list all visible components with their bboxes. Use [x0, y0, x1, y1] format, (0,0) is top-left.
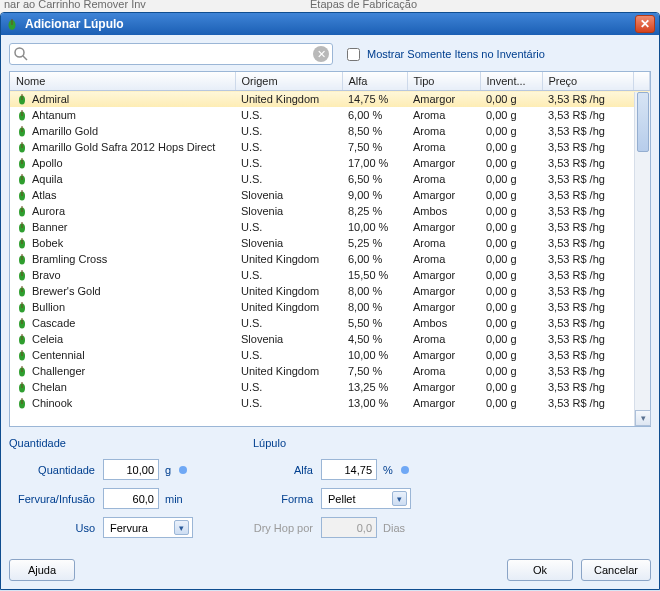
hop-icon: [16, 349, 28, 361]
cell-origem: U.S.: [235, 171, 342, 187]
alpha-input[interactable]: [321, 459, 377, 480]
col-alfa[interactable]: Alfa: [342, 72, 407, 91]
table-row[interactable]: AuroraSlovenia8,25 %Ambos0,00 g3,53 R$ /…: [10, 203, 650, 219]
cell-origem: United Kingdom: [235, 251, 342, 267]
cell-tipo: Aroma: [407, 251, 480, 267]
cell-preco: 3,53 R$ /hg: [542, 203, 634, 219]
cell-alfa: 7,50 %: [342, 363, 407, 379]
table-row[interactable]: AhtanumU.S.6,00 %Aroma0,00 g3,53 R$ /hg: [10, 107, 650, 123]
table-row[interactable]: AquilaU.S.6,50 %Aroma0,00 g3,53 R$ /hg: [10, 171, 650, 187]
dot-icon[interactable]: [401, 466, 409, 474]
table-row[interactable]: AtlasSlovenia9,00 %Amargor0,00 g3,53 R$ …: [10, 187, 650, 203]
table-row[interactable]: BannerU.S.10,00 %Amargor0,00 g3,53 R$ /h…: [10, 219, 650, 235]
hop-icon: [16, 381, 28, 393]
use-select-value: Fervura: [110, 522, 148, 534]
cell-invent: 0,00 g: [480, 91, 542, 108]
dot-icon[interactable]: [179, 466, 187, 474]
cell-alfa: 8,00 %: [342, 283, 407, 299]
cell-nome: Chinook: [32, 397, 72, 409]
titlebar: Adicionar Lúpulo ✕: [1, 13, 659, 35]
hop-icon: [16, 269, 28, 281]
cell-preco: 3,53 R$ /hg: [542, 91, 634, 108]
cell-preco: 3,53 R$ /hg: [542, 347, 634, 363]
hop-icon: [16, 189, 28, 201]
cell-tipo: Ambos: [407, 315, 480, 331]
cell-origem: U.S.: [235, 267, 342, 283]
table-row[interactable]: Amarillo Gold Safra 2012 Hops DirectU.S.…: [10, 139, 650, 155]
cell-tipo: Amargor: [407, 395, 480, 411]
cell-tipo: Amargor: [407, 379, 480, 395]
table-row[interactable]: Bramling CrossUnited Kingdom6,00 %Aroma0…: [10, 251, 650, 267]
table-row[interactable]: BravoU.S.15,50 %Amargor0,00 g3,53 R$ /hg: [10, 267, 650, 283]
cell-tipo: Aroma: [407, 107, 480, 123]
table-row[interactable]: AdmiralUnited Kingdom14,75 %Amargor0,00 …: [10, 91, 650, 108]
form-label: Forma: [253, 493, 313, 505]
cell-origem: U.S.: [235, 395, 342, 411]
col-invent[interactable]: Invent...: [480, 72, 542, 91]
cell-alfa: 14,75 %: [342, 91, 407, 108]
cell-invent: 0,00 g: [480, 299, 542, 315]
col-tipo[interactable]: Tipo: [407, 72, 480, 91]
cell-preco: 3,53 R$ /hg: [542, 283, 634, 299]
table-row[interactable]: CascadeU.S.5,50 %Ambos0,00 g3,53 R$ /hg: [10, 315, 650, 331]
table-row[interactable]: ChallengerUnited Kingdom7,50 %Aroma0,00 …: [10, 363, 650, 379]
use-select[interactable]: Fervura ▾: [103, 517, 193, 538]
cell-alfa: 6,50 %: [342, 171, 407, 187]
boil-label: Fervura/Infusão: [9, 493, 95, 505]
cell-nome: Amarillo Gold Safra 2012 Hops Direct: [32, 141, 215, 153]
form-select[interactable]: Pellet ▾: [321, 488, 411, 509]
cell-nome: Brewer's Gold: [32, 285, 101, 297]
ok-button[interactable]: Ok: [507, 559, 573, 581]
cell-nome: Cascade: [32, 317, 75, 329]
cell-alfa: 13,25 %: [342, 379, 407, 395]
cell-invent: 0,00 g: [480, 155, 542, 171]
scrollbar-thumb[interactable]: [637, 92, 649, 152]
hop-icon: [16, 237, 28, 249]
cell-invent: 0,00 g: [480, 283, 542, 299]
table-row[interactable]: ChelanU.S.13,25 %Amargor0,00 g3,53 R$ /h…: [10, 379, 650, 395]
cell-tipo: Aroma: [407, 123, 480, 139]
chevron-down-icon: ▾: [174, 520, 189, 535]
clear-search-icon[interactable]: ✕: [313, 46, 329, 62]
col-origem[interactable]: Origem: [235, 72, 342, 91]
cell-origem: U.S.: [235, 139, 342, 155]
cell-preco: 3,53 R$ /hg: [542, 123, 634, 139]
inventory-only-checkbox[interactable]: Mostrar Somente Itens no Inventário: [343, 45, 545, 64]
cell-nome: Atlas: [32, 189, 56, 201]
hop-icon: [16, 125, 28, 137]
add-hop-dialog: Adicionar Lúpulo ✕ ✕ Mostrar Somente Ite…: [0, 12, 660, 590]
cell-tipo: Aroma: [407, 139, 480, 155]
hop-icon: [16, 109, 28, 121]
table-row[interactable]: ChinookU.S.13,00 %Amargor0,00 g3,53 R$ /…: [10, 395, 650, 411]
boil-input[interactable]: [103, 488, 159, 509]
col-preco[interactable]: Preço: [542, 72, 634, 91]
scroll-down-arrow[interactable]: ▾: [635, 410, 651, 426]
cancel-button[interactable]: Cancelar: [581, 559, 651, 581]
close-button[interactable]: ✕: [635, 15, 655, 33]
table-row[interactable]: Amarillo GoldU.S.8,50 %Aroma0,00 g3,53 R…: [10, 123, 650, 139]
hop-icon: [16, 205, 28, 217]
table-row[interactable]: Brewer's GoldUnited Kingdom8,00 %Amargor…: [10, 283, 650, 299]
cell-invent: 0,00 g: [480, 363, 542, 379]
vertical-scrollbar[interactable]: ▾: [634, 92, 650, 426]
cell-nome: Amarillo Gold: [32, 125, 98, 137]
table-row[interactable]: ApolloU.S.17,00 %Amargor0,00 g3,53 R$ /h…: [10, 155, 650, 171]
cell-invent: 0,00 g: [480, 395, 542, 411]
cell-alfa: 7,50 %: [342, 139, 407, 155]
col-nome[interactable]: Nome: [10, 72, 235, 91]
search-icon: [13, 46, 29, 66]
cell-alfa: 5,25 %: [342, 235, 407, 251]
cell-alfa: 6,00 %: [342, 107, 407, 123]
table-row[interactable]: CentennialU.S.10,00 %Amargor0,00 g3,53 R…: [10, 347, 650, 363]
table-row[interactable]: BobekSlovenia5,25 %Aroma0,00 g3,53 R$ /h…: [10, 235, 650, 251]
form-select-value: Pellet: [328, 493, 356, 505]
table-row[interactable]: BullionUnited Kingdom8,00 %Amargor0,00 g…: [10, 299, 650, 315]
search-input[interactable]: [9, 43, 333, 65]
cell-tipo: Amargor: [407, 155, 480, 171]
help-button[interactable]: Ajuda: [9, 559, 75, 581]
qty-input[interactable]: [103, 459, 159, 480]
group-lupulo-label: Lúpulo: [253, 437, 411, 449]
cell-nome: Bullion: [32, 301, 65, 313]
table-row[interactable]: CeleiaSlovenia4,50 %Aroma0,00 g3,53 R$ /…: [10, 331, 650, 347]
cell-tipo: Aroma: [407, 331, 480, 347]
